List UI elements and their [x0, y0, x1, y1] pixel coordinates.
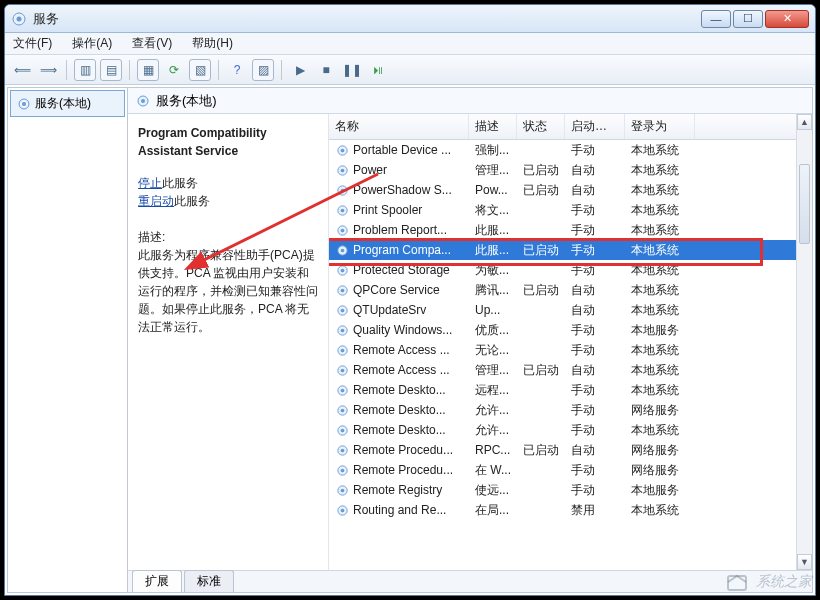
stop-suffix: 此服务 — [162, 176, 198, 190]
svg-point-5 — [141, 99, 145, 103]
service-row[interactable]: Problem Report...此服...手动本地系统 — [329, 220, 812, 240]
gear-icon — [335, 383, 349, 397]
menu-action[interactable]: 操作(A) — [68, 33, 116, 54]
service-row[interactable]: Print Spooler将文...手动本地系统 — [329, 200, 812, 220]
restart-service-button[interactable]: ⏯ — [367, 59, 389, 81]
service-row[interactable]: Remote Deskto...允许...手动网络服务 — [329, 400, 812, 420]
service-row[interactable]: Remote Registry使远...手动本地服务 — [329, 480, 812, 500]
service-row[interactable]: Routing and Re...在局...禁用本地系统 — [329, 500, 812, 520]
gear-icon — [335, 363, 349, 377]
gear-icon — [335, 483, 349, 497]
svg-point-41 — [340, 488, 344, 492]
cell-name: Program Compa... — [353, 243, 451, 257]
show-hide-tree-button[interactable]: ▥ — [74, 59, 96, 81]
restart-service-link[interactable]: 重启动 — [138, 194, 174, 208]
cell-name: Remote Registry — [353, 483, 442, 497]
col-header-logon[interactable]: 登录为 — [625, 114, 695, 139]
cell-logon: 本地服务 — [625, 320, 695, 341]
service-row[interactable]: Protected Storage为敏...手动本地系统 — [329, 260, 812, 280]
start-service-button[interactable]: ▶ — [289, 59, 311, 81]
svg-point-21 — [340, 288, 344, 292]
back-button[interactable]: ⟸ — [11, 59, 33, 81]
export-button[interactable]: ▦ — [137, 59, 159, 81]
service-row[interactable]: Remote Deskto...远程...手动本地系统 — [329, 380, 812, 400]
col-header-startup[interactable]: 启动类型 — [565, 114, 625, 139]
list-header: 名称 描述 状态 启动类型 登录为 — [329, 114, 812, 140]
menu-view[interactable]: 查看(V) — [128, 33, 176, 54]
scroll-up-button[interactable]: ▲ — [797, 114, 812, 130]
tree-node-services-local[interactable]: 服务(本地) — [10, 90, 125, 117]
col-header-status[interactable]: 状态 — [517, 114, 565, 139]
cell-status — [517, 308, 565, 312]
gear-icon — [335, 203, 349, 217]
titlebar[interactable]: 服务 — ☐ ✕ — [5, 5, 815, 33]
gear-icon — [335, 503, 349, 517]
minimize-button[interactable]: — — [701, 10, 731, 28]
stop-service-button[interactable]: ■ — [315, 59, 337, 81]
help-button[interactable]: ? — [226, 59, 248, 81]
service-row[interactable]: Power管理...已启动自动本地系统 — [329, 160, 812, 180]
service-row[interactable]: Program Compa...此服...已启动手动本地系统 — [329, 240, 812, 260]
description-block: 描述: 此服务为程序兼容性助手(PCA)提供支持。PCA 监视由用户安装和运行的… — [138, 228, 318, 336]
refresh-button[interactable]: ⟳ — [163, 59, 185, 81]
scroll-thumb[interactable] — [799, 164, 810, 244]
list-body[interactable]: Portable Device ...强制...手动本地系统Power管理...… — [329, 140, 812, 570]
cell-logon: 本地系统 — [625, 180, 695, 201]
menu-file[interactable]: 文件(F) — [9, 33, 56, 54]
stop-service-link[interactable]: 停止 — [138, 176, 162, 190]
detail-button[interactable]: ▨ — [252, 59, 274, 81]
cell-status — [517, 488, 565, 492]
cell-desc: 允许... — [469, 420, 517, 441]
gear-icon — [335, 343, 349, 357]
description-label: 描述: — [138, 228, 318, 246]
svg-point-11 — [340, 188, 344, 192]
cell-desc: 使远... — [469, 480, 517, 501]
close-button[interactable]: ✕ — [765, 10, 809, 28]
col-header-desc[interactable]: 描述 — [469, 114, 517, 139]
toolbar: ⟸ ⟹ ▥ ▤ ▦ ⟳ ▧ ? ▨ ▶ ■ ❚❚ ⏯ — [5, 55, 815, 85]
service-row[interactable]: Remote Access ...管理...已启动自动本地系统 — [329, 360, 812, 380]
gear-icon — [335, 263, 349, 277]
cell-name: Routing and Re... — [353, 503, 446, 517]
cell-name: Problem Report... — [353, 223, 447, 237]
cell-name: Protected Storage — [353, 263, 450, 277]
cell-status: 已启动 — [517, 160, 565, 181]
service-row[interactable]: Remote Deskto...允许...手动本地系统 — [329, 420, 812, 440]
svg-point-15 — [340, 228, 344, 232]
cell-desc: Pow... — [469, 181, 517, 199]
service-row[interactable]: Portable Device ...强制...手动本地系统 — [329, 140, 812, 160]
tab-standard[interactable]: 标准 — [184, 570, 234, 592]
cell-logon: 本地系统 — [625, 420, 695, 441]
tab-extended[interactable]: 扩展 — [132, 570, 182, 592]
cell-logon: 本地系统 — [625, 340, 695, 361]
cell-status — [517, 388, 565, 392]
cell-name: QTUpdateSrv — [353, 303, 426, 317]
pause-service-button[interactable]: ❚❚ — [341, 59, 363, 81]
properties-button[interactable]: ▤ — [100, 59, 122, 81]
vertical-scrollbar[interactable]: ▲ ▼ — [796, 114, 812, 570]
gear-icon — [335, 283, 349, 297]
cell-desc: 腾讯... — [469, 280, 517, 301]
service-row[interactable]: Quality Windows...优质...手动本地服务 — [329, 320, 812, 340]
forward-button[interactable]: ⟹ — [37, 59, 59, 81]
cell-desc: Up... — [469, 301, 517, 319]
right-body: Program Compatibility Assistant Service … — [128, 114, 812, 570]
cell-name: Remote Access ... — [353, 363, 450, 377]
service-row[interactable]: Remote Access ...无论...手动本地系统 — [329, 340, 812, 360]
service-row[interactable]: QTUpdateSrvUp...自动本地系统 — [329, 300, 812, 320]
list-button[interactable]: ▧ — [189, 59, 211, 81]
col-header-name[interactable]: 名称 — [329, 114, 469, 139]
service-row[interactable]: Remote Procedu...RPC...已启动自动网络服务 — [329, 440, 812, 460]
right-header: 服务(本地) — [128, 88, 812, 114]
selected-service-title: Program Compatibility Assistant Service — [138, 124, 318, 160]
service-row[interactable]: Remote Procedu...在 W...手动网络服务 — [329, 460, 812, 480]
scroll-down-button[interactable]: ▼ — [797, 554, 812, 570]
cell-desc: 此服... — [469, 220, 517, 241]
service-row[interactable]: PowerShadow S...Pow...已启动自动本地系统 — [329, 180, 812, 200]
menu-help[interactable]: 帮助(H) — [188, 33, 237, 54]
cell-startup: 自动 — [565, 300, 625, 321]
cell-logon: 本地系统 — [625, 200, 695, 221]
maximize-button[interactable]: ☐ — [733, 10, 763, 28]
cell-status: 已启动 — [517, 240, 565, 261]
service-row[interactable]: QPCore Service腾讯...已启动自动本地系统 — [329, 280, 812, 300]
